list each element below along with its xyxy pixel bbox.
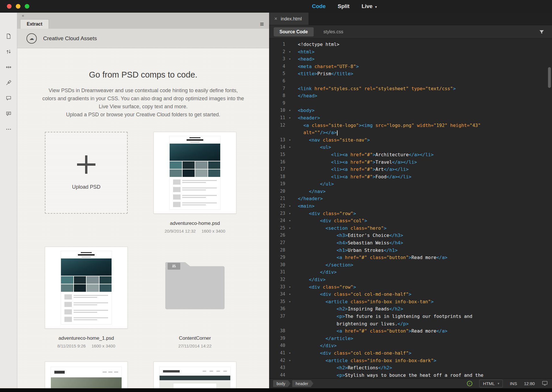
- code-line[interactable]: 32 </div>: [269, 276, 552, 283]
- close-tab-icon[interactable]: ×: [274, 16, 277, 22]
- code-line[interactable]: 39 </article>: [269, 335, 552, 342]
- code-line[interactable]: 41▾ <div class="col col-md-one-half">: [269, 349, 552, 357]
- split-view-button[interactable]: Split: [338, 3, 350, 9]
- code-view-button[interactable]: Code: [312, 3, 326, 9]
- code-line[interactable]: 4<meta charset="UTF-8">: [269, 63, 552, 70]
- code-line[interactable]: 19 </ul>: [269, 180, 552, 188]
- code-line[interactable]: 9: [269, 100, 552, 107]
- fold-arrow-icon[interactable]: ▾: [286, 357, 293, 364]
- fold-arrow-icon[interactable]: ▾: [286, 283, 293, 291]
- fold-arrow-icon[interactable]: ▾: [286, 217, 293, 225]
- code-line[interactable]: 20 </nav>: [269, 188, 552, 195]
- zoom-window-button[interactable]: [25, 4, 29, 9]
- code-line[interactable]: 2▾<html>: [269, 48, 552, 56]
- move-tool-icon[interactable]: [4, 63, 14, 71]
- eyedropper-icon[interactable]: [4, 79, 14, 87]
- code-line[interactable]: 25▾ <section class="hero">: [269, 225, 552, 232]
- collapse-panel-icon[interactable]: «: [22, 13, 24, 18]
- code-line[interactable]: 36 <h2>Inspiring Reads</h2>: [269, 305, 552, 313]
- code-line[interactable]: 43 <h2>Reflections</h2>: [269, 364, 552, 372]
- code-line[interactable]: 1<!doctype html>: [269, 41, 552, 48]
- code-line[interactable]: 40 </div>: [269, 342, 552, 349]
- psd-asset-card[interactable]: [154, 132, 236, 214]
- fold-arrow-icon[interactable]: ▾: [286, 114, 293, 122]
- code-text: </section>: [293, 261, 353, 269]
- more-options-icon[interactable]: [4, 125, 14, 133]
- code-line[interactable]: 37 <p>The future is in lightening our fo…: [269, 313, 552, 320]
- code-line[interactable]: 44 <p>Stylish ways to bounce the heat of…: [269, 372, 552, 379]
- code-line[interactable]: 30 </section>: [269, 261, 552, 269]
- fold-spacer: [286, 276, 293, 283]
- line-number: 11: [269, 114, 286, 122]
- code-line[interactable]: 16 <li><a href="#">Travel</a></li>: [269, 159, 552, 166]
- code-line[interactable]: 42▾ <article class="info-box info-box-da…: [269, 357, 552, 364]
- code-line[interactable]: 26 <h3>Editor's Choice</h3>: [269, 232, 552, 239]
- code-line[interactable]: 17 <li><a href="#">Art</a></li>: [269, 166, 552, 173]
- code-line[interactable]: 5<title>Prism</title>: [269, 70, 552, 78]
- insert-mode-indicator[interactable]: INS: [510, 381, 517, 386]
- psd-asset-card[interactable]: [45, 362, 128, 392]
- live-view-button[interactable]: Live▾: [362, 3, 377, 9]
- code-line[interactable]: 24▾ <div class="col">: [269, 217, 552, 225]
- upload-psd-button[interactable]: Upload PSD: [45, 132, 128, 214]
- fold-arrow-icon[interactable]: ▾: [286, 210, 293, 217]
- code-line[interactable]: 31 </div>: [269, 269, 552, 276]
- tab-extract[interactable]: Extract: [20, 19, 49, 29]
- tag-selector-body[interactable]: body: [273, 380, 290, 387]
- close-window-button[interactable]: [7, 4, 12, 9]
- code-line[interactable]: 21</header>: [269, 195, 552, 202]
- fold-arrow-icon[interactable]: ▾: [286, 107, 293, 114]
- comment-icon[interactable]: [4, 94, 14, 102]
- source-code-button[interactable]: Source Code: [274, 27, 314, 36]
- code-line[interactable]: 28 <h1>Urban Strokes</h1>: [269, 247, 552, 254]
- sort-arrows-icon[interactable]: [4, 48, 14, 56]
- doc-type-dropdown[interactable]: HTML ▾: [479, 380, 503, 387]
- fold-arrow-icon[interactable]: ▾: [286, 349, 293, 357]
- code-line[interactable]: 18 <li><a href="#">Food</a></li>: [269, 173, 552, 181]
- lint-ok-icon: ✓: [467, 381, 472, 386]
- fold-arrow-icon[interactable]: ▾: [286, 202, 293, 210]
- code-line[interactable]: 10▾<body>: [269, 107, 552, 114]
- line-number: 44: [269, 372, 286, 379]
- code-line[interactable]: 34▾ <div class="col col-md-one-half">: [269, 291, 552, 298]
- code-line[interactable]: 8</head>: [269, 92, 552, 100]
- comment-check-icon[interactable]: [4, 110, 14, 118]
- tab-index-html[interactable]: × index.html: [269, 13, 308, 25]
- fold-arrow-icon[interactable]: ▾: [286, 298, 293, 306]
- fold-arrow-icon[interactable]: ▾: [286, 136, 293, 144]
- code-line[interactable]: brightening our lives.</p>: [269, 320, 552, 328]
- code-line[interactable]: 35▾ <article class="info-box info-box-ta…: [269, 298, 552, 306]
- new-file-icon[interactable]: [4, 32, 14, 40]
- styles-css-button[interactable]: styles.css: [323, 29, 343, 34]
- code-line[interactable]: 22▾<main>: [269, 202, 552, 210]
- code-line[interactable]: 29 <a href="#" class="button">Read more<…: [269, 254, 552, 261]
- minimize-window-button[interactable]: [16, 4, 20, 9]
- code-line[interactable]: 23▾ <div class="row">: [269, 210, 552, 217]
- fold-arrow-icon[interactable]: ▾: [286, 48, 293, 56]
- code-line[interactable]: alt=""/></a>: [269, 129, 552, 136]
- code-line[interactable]: 3▾<head>: [269, 55, 552, 63]
- code-line[interactable]: 6: [269, 78, 552, 85]
- fold-arrow-icon[interactable]: ▾: [286, 55, 293, 63]
- code-line[interactable]: 13▾ <nav class="site-nav">: [269, 136, 552, 144]
- psd-asset-card[interactable]: [45, 247, 128, 329]
- fold-arrow-icon[interactable]: ▾: [286, 225, 293, 232]
- code-line[interactable]: 12 <a class="site-logo"><img src="logo.p…: [269, 122, 552, 129]
- filter-icon[interactable]: [539, 29, 545, 35]
- code-line[interactable]: 11▾<header>: [269, 114, 552, 122]
- folder-asset-card[interactable]: [165, 266, 225, 309]
- fold-arrow-icon[interactable]: ▾: [286, 291, 293, 298]
- code-area[interactable]: 1<!doctype html>2▾<html>3▾<head>4<meta c…: [269, 38, 552, 379]
- code-line[interactable]: 38 <a href="#" class="button">Read more<…: [269, 327, 552, 335]
- panel-menu-icon[interactable]: ≡: [260, 21, 264, 28]
- fold-arrow-icon[interactable]: ▾: [286, 144, 293, 151]
- code-line[interactable]: 15 <li><a href="#">Architecture</a></li>: [269, 151, 552, 159]
- code-line[interactable]: 14▾ <ul>: [269, 144, 552, 151]
- vertical-scrollbar[interactable]: [548, 67, 551, 88]
- code-line[interactable]: 7<link href="styles.css" rel="stylesheet…: [269, 85, 552, 92]
- psd-asset-card[interactable]: [154, 362, 236, 392]
- tag-selector-header[interactable]: header: [292, 380, 313, 387]
- code-line[interactable]: 33▾ <div class="row">: [269, 283, 552, 291]
- file-sync-icon[interactable]: [542, 380, 548, 387]
- code-line[interactable]: 27 <h4>Sebastian Weiss</h4>: [269, 239, 552, 247]
